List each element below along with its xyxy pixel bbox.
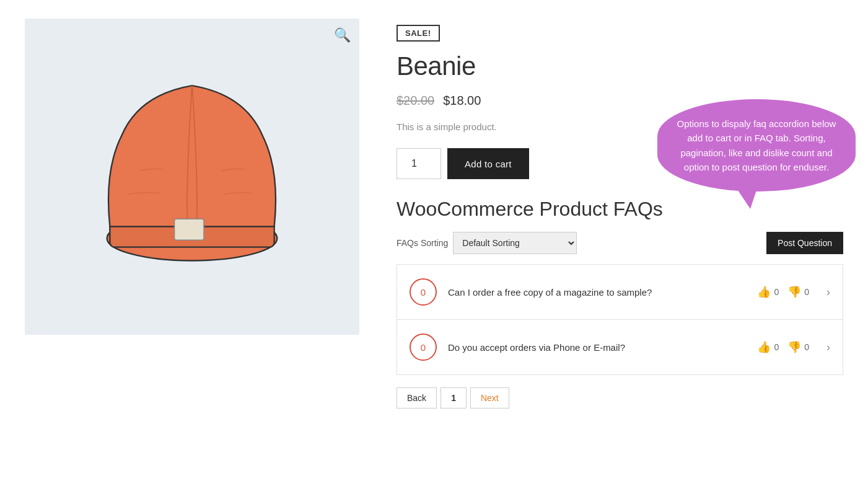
price-current: $18.00 xyxy=(443,94,481,108)
faq-question-2[interactable]: Do you accept orders via Phone or E-mail… xyxy=(448,342,746,353)
product-image-container: 🔍 xyxy=(25,19,359,335)
faq-question-1[interactable]: Can I order a free copy of a magazine to… xyxy=(448,287,746,298)
product-details: SALE! Beanie $20.00 $18.00 This is a sim… xyxy=(397,19,843,408)
faq-section: WooCommerce Product FAQs FAQs Sorting De… xyxy=(397,198,843,408)
speech-bubble: Options to dispaly faq accordion below a… xyxy=(657,99,856,192)
zoom-icon[interactable]: 🔍 xyxy=(334,27,351,43)
faq-sort-select[interactable]: Default Sorting Newest First Oldest Firs… xyxy=(453,232,577,254)
faq-votes-2: 👍 0 👎 0 xyxy=(757,340,809,354)
faq-item: 0 Do you accept orders via Phone or E-ma… xyxy=(397,320,843,374)
expand-icon-1[interactable]: › xyxy=(826,286,830,299)
page-1-button[interactable]: 1 xyxy=(441,387,467,408)
faq-title: WooCommerce Product FAQs xyxy=(397,198,843,221)
next-button[interactable]: Next xyxy=(470,387,509,408)
thumbs-up-icon: 👍 xyxy=(757,340,771,354)
product-image xyxy=(87,65,297,288)
faq-list: 0 Can I order a free copy of a magazine … xyxy=(397,264,843,375)
like-button-1[interactable]: 👍 0 xyxy=(757,285,779,299)
thumbs-down-icon: 👎 xyxy=(787,340,801,354)
dislike-count-1: 0 xyxy=(804,287,809,297)
faq-answer-count-1: 0 xyxy=(410,278,437,306)
product-title: Beanie xyxy=(397,51,843,81)
dislike-count-2: 0 xyxy=(804,342,809,352)
like-count-2: 0 xyxy=(774,342,779,352)
thumbs-down-icon: 👎 xyxy=(787,285,801,299)
faq-votes-1: 👍 0 👎 0 xyxy=(757,285,809,299)
faq-controls: FAQs Sorting Default Sorting Newest Firs… xyxy=(397,232,843,254)
like-button-2[interactable]: 👍 0 xyxy=(757,340,779,354)
price-original: $20.00 xyxy=(397,94,434,108)
faq-answer-count-2: 0 xyxy=(410,333,437,361)
faq-sorting-label: FAQs Sorting xyxy=(397,238,448,248)
faq-item: 0 Can I order a free copy of a magazine … xyxy=(397,265,843,320)
sale-badge: SALE! xyxy=(397,25,440,42)
like-count-1: 0 xyxy=(774,287,779,297)
back-button[interactable]: Back xyxy=(397,387,437,408)
post-question-button[interactable]: Post Question xyxy=(766,232,843,254)
expand-icon-2[interactable]: › xyxy=(826,341,830,354)
pagination: Back 1 Next xyxy=(397,387,843,408)
dislike-button-1[interactable]: 👎 0 xyxy=(787,285,809,299)
dislike-button-2[interactable]: 👎 0 xyxy=(787,340,809,354)
speech-bubble-text: Options to dispaly faq accordion below a… xyxy=(677,118,836,172)
thumbs-up-icon: 👍 xyxy=(757,285,771,299)
svg-rect-2 xyxy=(175,219,204,240)
quantity-input[interactable] xyxy=(397,148,441,179)
add-to-cart-button[interactable]: Add to cart xyxy=(447,148,529,179)
